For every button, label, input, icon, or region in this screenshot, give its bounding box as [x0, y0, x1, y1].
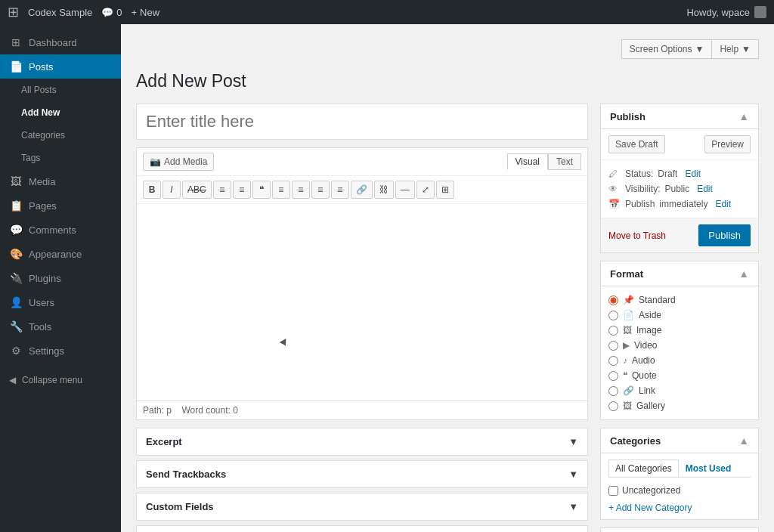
- format-radio-quote[interactable]: [608, 371, 618, 381]
- tab-text[interactable]: Text: [548, 153, 581, 170]
- ul-button[interactable]: ≡: [213, 181, 231, 199]
- format-radio-gallery[interactable]: [608, 401, 618, 411]
- screen-options-chevron-icon: ▼: [695, 44, 704, 54]
- preview-button[interactable]: Preview: [704, 135, 751, 153]
- main-content: Screen Options ▼ Help ▼ Add New Post 📷: [121, 24, 774, 532]
- category-checkbox-uncategorized[interactable]: [608, 486, 618, 496]
- toolbar-top-row: 📷 Add Media Visual Text: [137, 148, 587, 176]
- sidebar-item-comments[interactable]: 💬 Comments: [0, 218, 121, 242]
- tab-all-categories[interactable]: All Categories: [608, 459, 679, 477]
- align-right-button[interactable]: ≡: [311, 181, 330, 199]
- format-radio-image[interactable]: [608, 326, 618, 336]
- custom-fields-toggle-icon: ▼: [568, 501, 578, 512]
- admin-bar-right: Howdy, wpace: [686, 6, 766, 18]
- add-media-button[interactable]: 📷 Add Media: [143, 153, 214, 171]
- custom-fields-header[interactable]: Custom Fields ▼: [137, 493, 587, 520]
- format-option-gallery: 🖼 Gallery: [608, 398, 751, 413]
- more-button[interactable]: —: [395, 181, 415, 199]
- move-to-trash-link[interactable]: Move to Trash: [608, 230, 666, 241]
- discussion-header[interactable]: Discussion ▼: [137, 526, 587, 532]
- screen-options-button[interactable]: Screen Options ▼: [621, 39, 712, 59]
- publish-actions-bottom: Move to Trash Publish: [601, 218, 758, 252]
- format-box: Format ▲ 📌 Standard 📄 Aside: [600, 261, 759, 420]
- tab-visual[interactable]: Visual: [507, 153, 548, 170]
- sidebar-subitem-tags[interactable]: Tags: [0, 147, 121, 169]
- comments-count[interactable]: 💬 0: [101, 7, 122, 18]
- categories-box-header[interactable]: Categories ▲: [601, 428, 758, 453]
- status-row: 🖊 Status: Draft Edit: [608, 166, 751, 181]
- publish-actions-top: Save Draft Preview: [601, 129, 758, 160]
- trackbacks-header[interactable]: Send Trackbacks ▼: [137, 461, 587, 487]
- publish-button[interactable]: Publish: [698, 224, 751, 246]
- format-radio-link[interactable]: [608, 386, 618, 396]
- custom-fields-box: Custom Fields ▼: [136, 493, 588, 521]
- align-left-button[interactable]: ≡: [272, 181, 290, 199]
- new-post-button[interactable]: + New: [132, 7, 160, 18]
- format-aside-icon: 📄: [623, 310, 634, 320]
- format-box-body: 📌 Standard 📄 Aside 🖼 Image: [601, 286, 758, 419]
- sidebar-item-settings[interactable]: ⚙ Settings: [0, 339, 121, 363]
- publish-time-row: 📅 Publish immediately Edit: [608, 196, 751, 212]
- link-button[interactable]: 🔗: [351, 181, 373, 199]
- publish-time-edit-link[interactable]: Edit: [715, 199, 731, 209]
- post-title-input[interactable]: [136, 104, 588, 140]
- tab-most-used[interactable]: Most Used: [679, 459, 738, 477]
- site-name[interactable]: Codex Sample: [28, 7, 92, 18]
- cursor-indicator: [280, 339, 289, 348]
- format-quote-icon: ❝: [623, 370, 627, 381]
- save-draft-button[interactable]: Save Draft: [608, 135, 665, 153]
- sidebar-item-plugins[interactable]: 🔌 Plugins: [0, 266, 121, 290]
- excerpt-toggle-icon: ▼: [568, 436, 578, 447]
- strikethrough-button[interactable]: ABC: [182, 181, 212, 199]
- fullscreen-button[interactable]: ⤢: [416, 181, 435, 199]
- content-wrap: 📷 Add Media Visual Text B I ABC ≡: [136, 104, 759, 532]
- format-video-icon: ▶: [623, 340, 630, 351]
- format-radio-video[interactable]: [608, 341, 618, 351]
- format-radio-audio[interactable]: [608, 356, 618, 366]
- sidebar-item-tools[interactable]: 🔧 Tools: [0, 314, 121, 339]
- format-radio-aside[interactable]: [608, 311, 618, 320]
- categories-list: Uncategorized: [608, 484, 751, 497]
- formatting-toolbar: B I ABC ≡ ≡ ❝ ≡ ≡ ≡ ≡ 🔗 ⛓ — ⤢ ⊞: [137, 176, 587, 204]
- align-center-button[interactable]: ≡: [292, 181, 310, 199]
- excerpt-header[interactable]: Excerpt ▼: [137, 428, 587, 455]
- kitchen-sink-button[interactable]: ⊞: [436, 181, 454, 199]
- add-new-category-link[interactable]: + Add New Category: [608, 503, 692, 513]
- categories-box: Categories ▲ All Categories Most Used Un…: [600, 428, 759, 520]
- sidebar-subitem-categories[interactable]: Categories: [0, 124, 121, 147]
- collapse-icon: ◀: [9, 375, 16, 385]
- editor-body[interactable]: [137, 204, 587, 401]
- status-edit-link[interactable]: Edit: [685, 169, 701, 179]
- collapse-menu-button[interactable]: ◀ Collapse menu: [0, 369, 121, 391]
- sidebar-item-posts[interactable]: 📄 Posts: [0, 54, 121, 79]
- categories-box-body: All Categories Most Used Uncategorized +…: [601, 453, 758, 519]
- format-box-header[interactable]: Format ▲: [601, 261, 758, 286]
- visibility-row: 👁 Visibility: Public Edit: [608, 181, 751, 196]
- sidebar-item-appearance[interactable]: 🎨 Appearance: [0, 242, 121, 266]
- publish-box-header[interactable]: Publish ▲: [601, 104, 758, 129]
- sidebar-subitem-add-new[interactable]: Add New: [0, 101, 121, 124]
- format-radio-standard[interactable]: [608, 295, 618, 305]
- sidebar-item-users[interactable]: 👤 Users: [0, 290, 121, 314]
- sidebar-item-media[interactable]: 🖼 Media: [0, 169, 121, 193]
- category-item-uncategorized: Uncategorized: [608, 484, 751, 497]
- visibility-edit-link[interactable]: Edit: [697, 184, 713, 194]
- help-button[interactable]: Help ▼: [711, 39, 759, 59]
- sidebar-item-pages[interactable]: 📋 Pages: [0, 193, 121, 218]
- ol-button[interactable]: ≡: [233, 181, 251, 199]
- align-justify-button[interactable]: ≡: [331, 181, 349, 199]
- italic-button[interactable]: I: [163, 181, 181, 199]
- sidebar-subitem-all-posts[interactable]: All Posts: [0, 79, 121, 101]
- format-option-audio: ♪ Audio: [608, 353, 751, 368]
- tags-box-header[interactable]: Tags ▲: [601, 528, 758, 532]
- trackbacks-toggle-icon: ▼: [568, 469, 578, 480]
- page-title: Add New Post: [136, 71, 759, 91]
- wp-logo[interactable]: ⊞: [8, 4, 19, 20]
- sidebar-item-dashboard[interactable]: ⊞ Dashboard: [0, 30, 121, 54]
- format-option-standard: 📌 Standard: [608, 292, 751, 308]
- bold-button[interactable]: B: [143, 181, 161, 199]
- unlink-button[interactable]: ⛓: [374, 181, 394, 199]
- view-tabs: Visual Text: [507, 153, 581, 170]
- format-option-link: 🔗 Link: [608, 383, 751, 398]
- blockquote-button[interactable]: ❝: [252, 181, 271, 199]
